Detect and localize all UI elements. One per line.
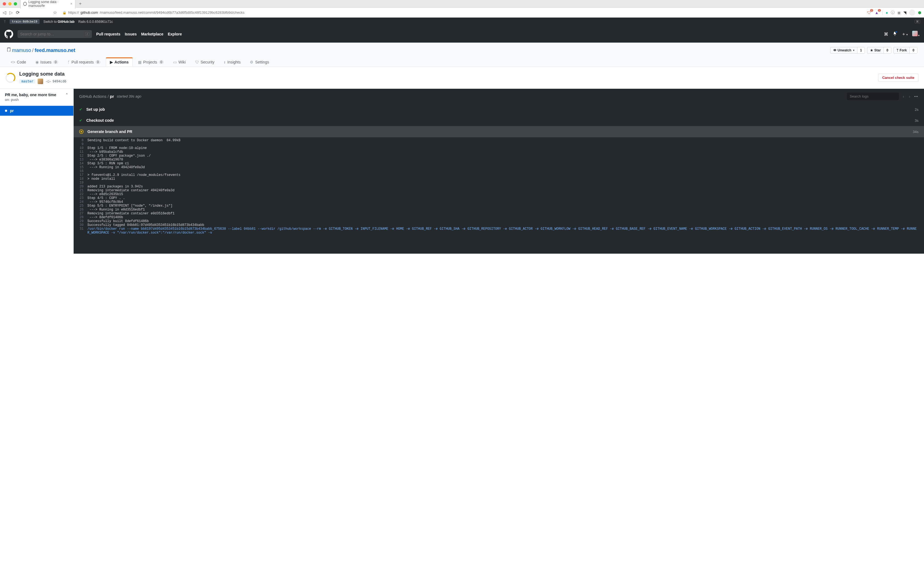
search-logs-input[interactable] <box>847 93 899 100</box>
tab-settings[interactable]: ⚙Settings <box>246 57 273 66</box>
create-new-menu[interactable]: ＋▾ <box>902 31 908 37</box>
notifications-icon[interactable] <box>892 31 897 37</box>
book-icon: ▭ <box>173 60 177 64</box>
staff-bar-key[interactable]: ⌘ <box>915 20 920 23</box>
next-result-icon[interactable]: › <box>908 93 911 100</box>
log-line: 13 ---> e38306a19670 <box>74 158 924 162</box>
notification-dot-icon <box>895 31 898 33</box>
play-icon: ▶ <box>110 60 113 64</box>
camera-extension-icon[interactable]: ◉ <box>897 10 901 15</box>
browser-toolbar: ◁ ▷ ⟳ ☆ 🔒 https://github.com/mamuso/feed… <box>0 8 924 18</box>
url-path: /mamuso/feed.mamuso.net/commit/9494cd6b7… <box>100 10 244 15</box>
log-line: 29Successfully built 8defdf61486b <box>74 219 924 223</box>
star-button[interactable]: ★Star 0 <box>867 47 891 54</box>
log-line: 9 <box>74 142 924 146</box>
fork-button[interactable]: ᛘFork 0 <box>894 47 917 54</box>
url-bar[interactable]: 🔒 https://github.com/mamuso/feed.mamuso.… <box>60 9 863 16</box>
search-input[interactable] <box>20 32 85 36</box>
minimize-window-icon[interactable] <box>8 2 12 6</box>
log-menu-icon[interactable]: ⋯ <box>914 94 918 99</box>
nav-pulls[interactable]: Pull requests <box>96 32 120 36</box>
check-icon: ✔ <box>79 118 82 123</box>
branch-label[interactable]: master <box>19 79 36 84</box>
log-line: 28 ---> 8defdf61486b <box>74 216 924 219</box>
pointer-extension-icon[interactable]: ◥ <box>903 10 906 15</box>
tab-pulls[interactable]: ᚶPull requests0 <box>63 57 105 66</box>
checks-body: PR me, baby, one more time on: push ⌃ pr… <box>0 89 924 254</box>
zoom-window-icon[interactable] <box>14 2 17 6</box>
lock-icon: 🔒 <box>62 11 66 15</box>
workflow-header[interactable]: PR me, baby, one more time on: push ⌃ <box>0 89 74 106</box>
issue-icon: ◉ <box>36 60 39 64</box>
github-logo-icon[interactable] <box>4 30 13 39</box>
user-avatar-icon <box>912 31 918 36</box>
grammarly-icon[interactable]: ● <box>886 10 888 15</box>
log-pane: GitHub Actions / pr started 39s ago ‹ › … <box>74 89 924 254</box>
log-pane-header: GitHub Actions / pr started 39s ago ‹ › … <box>74 89 924 104</box>
bookmark-icon[interactable]: ☆ <box>53 10 57 15</box>
global-nav: Pull requests Issues Marketplace Explore <box>96 32 182 36</box>
chevron-up-icon[interactable]: ⌃ <box>65 93 68 97</box>
tab-code[interactable]: <>Code <box>7 57 30 66</box>
star-count[interactable]: 0 <box>884 47 891 53</box>
command-palette-icon[interactable]: ⌘ <box>884 31 888 37</box>
tab-projects[interactable]: ▦Projects0 <box>134 57 168 66</box>
repo-nav: <>Code ◉Issues0 ᚶPull requests0 ▶Actions… <box>7 57 917 66</box>
prev-result-icon[interactable]: ‹ <box>902 93 905 100</box>
tab-close-icon[interactable]: × <box>70 2 72 6</box>
staff-branch[interactable]: train-8d8cbe19 <box>10 19 40 24</box>
new-tab-button[interactable]: ＋ <box>78 1 82 7</box>
info-extension-icon[interactable]: ⓘ <box>891 10 895 15</box>
tab-wiki[interactable]: ▭Wiki <box>169 57 190 66</box>
nav-marketplace[interactable]: Marketplace <box>141 32 164 36</box>
tab-issues[interactable]: ◉Issues0 <box>32 57 62 66</box>
tab-actions[interactable]: ▶Actions <box>106 57 133 66</box>
path-separator: / <box>32 48 33 53</box>
log-line: 12Step 2/5 : COPY package*.json ./ <box>74 154 924 158</box>
global-search[interactable]: / <box>18 30 92 38</box>
log-line: 27Removing intermediate container e0d351… <box>74 211 924 216</box>
check-icon: ✔ <box>79 107 82 112</box>
brave-rewards-icon[interactable]: ▲1 <box>874 10 879 15</box>
switch-env-link[interactable]: Switch to GitHub:lab <box>44 20 75 24</box>
step-setup-job[interactable]: ✔ Set up job 2s <box>74 104 924 115</box>
workflow-trigger: on: push <box>5 97 56 102</box>
log-line: 10Step 1/5 : FROM node:10-alpine <box>74 146 924 150</box>
profile-icon[interactable] <box>909 10 915 16</box>
tab-insights[interactable]: ⫾Insights <box>220 57 244 66</box>
progress-ring-icon <box>6 73 15 83</box>
cancel-check-suite-button[interactable]: Cancel check suite <box>878 73 918 82</box>
reload-button[interactable]: ⟳ <box>16 10 20 15</box>
step-checkout-code[interactable]: ✔ Checkout code 3s <box>74 115 924 126</box>
browser-tab[interactable]: Logging some data · mamuso/fe × <box>20 0 75 9</box>
repo-name-link[interactable]: feed.mamuso.net <box>34 48 75 53</box>
committer-avatar-icon[interactable] <box>38 79 43 84</box>
staff-bar: ᛘ train-8d8cbe19 Switch to GitHub:lab Ra… <box>0 18 924 25</box>
repo-owner-link[interactable]: mamuso <box>12 48 31 53</box>
job-item-pr[interactable]: pr <box>0 106 74 116</box>
job-status-running-icon <box>5 109 7 112</box>
log-line: 25Step 5/5 : ENTRYPOINT ["node", "/index… <box>74 204 924 208</box>
unwatch-button[interactable]: 👁Unwatch▾ 1 <box>830 47 865 54</box>
user-menu[interactable]: ▾ <box>912 31 920 37</box>
log-output[interactable]: 8Sending build context to Docker daemon … <box>74 137 924 240</box>
log-line: 18> node install <box>74 177 924 181</box>
fork-count[interactable]: 0 <box>909 47 917 53</box>
close-window-icon[interactable] <box>3 2 6 6</box>
back-button[interactable]: ◁ <box>3 10 6 15</box>
traffic-lights <box>3 2 17 6</box>
eye-icon: 👁 <box>833 48 837 52</box>
watch-count[interactable]: 1 <box>857 47 865 53</box>
brave-shields-icon[interactable]: 🛡3 <box>867 10 872 15</box>
nav-explore[interactable]: Explore <box>168 32 182 36</box>
forward-button: ▷ <box>9 10 13 15</box>
log-line: 23Step 4/5 : COPY . . <box>74 196 924 200</box>
repo-header: mamuso / feed.mamuso.net 👁Unwatch▾ 1 ★St… <box>0 43 924 67</box>
step-generate-branch-pr[interactable]: Generate branch and PR 34s <box>74 126 924 137</box>
log-line: 30Successfully tagged 04bb81:97d495d4353… <box>74 223 924 227</box>
tab-security[interactable]: 🛡Security <box>191 57 219 66</box>
nav-issues[interactable]: Issues <box>125 32 137 36</box>
commit-sha[interactable]: -○-9494cd6 <box>45 79 66 83</box>
code-icon: <> <box>11 60 15 64</box>
octotree-icon[interactable]: ⬢ <box>918 10 921 15</box>
